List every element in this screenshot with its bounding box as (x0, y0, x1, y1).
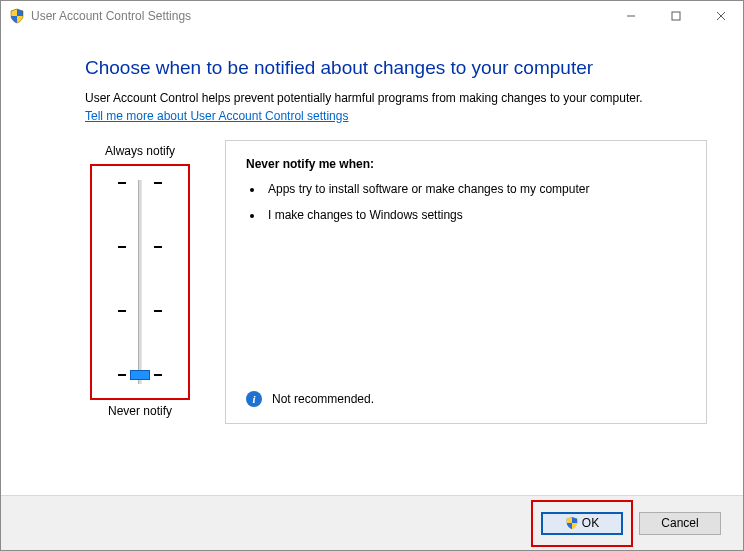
recommendation-text: Not recommended. (272, 392, 374, 406)
maximize-button[interactable] (653, 1, 698, 31)
slider-tick (110, 182, 170, 184)
cancel-button[interactable]: Cancel (639, 512, 721, 535)
panel-bullet: I make changes to Windows settings (264, 207, 686, 223)
slider-tick (110, 246, 170, 248)
page-heading: Choose when to be notified about changes… (85, 57, 707, 79)
dialog-footer: OK Cancel (1, 495, 743, 550)
description-text: User Account Control helps prevent poten… (85, 91, 643, 105)
uac-settings-window: User Account Control Settings Choose whe… (0, 0, 744, 551)
recommendation-row: i Not recommended. (246, 383, 686, 407)
shield-icon (9, 8, 25, 24)
main-area: Always notify Never notify Never notify … (85, 140, 707, 424)
window-controls (608, 1, 743, 31)
level-description-panel: Never notify me when: Apps try to instal… (225, 140, 707, 424)
titlebar[interactable]: User Account Control Settings (1, 1, 743, 31)
ok-button[interactable]: OK (541, 512, 623, 535)
page-description: User Account Control helps prevent poten… (85, 91, 707, 124)
ok-button-label: OK (582, 516, 599, 530)
close-button[interactable] (698, 1, 743, 31)
ok-button-highlight: OK (531, 500, 633, 547)
notification-slider[interactable] (110, 174, 170, 390)
slider-bottom-label: Never notify (108, 404, 172, 418)
slider-tick (110, 310, 170, 312)
panel-bullet-list: Apps try to install software or make cha… (264, 181, 686, 233)
panel-title: Never notify me when: (246, 157, 686, 171)
notification-slider-highlight (90, 164, 190, 400)
window-title: User Account Control Settings (31, 9, 191, 23)
cancel-button-label: Cancel (661, 516, 698, 530)
content-area: Choose when to be notified about changes… (1, 31, 743, 495)
titlebar-left: User Account Control Settings (1, 8, 608, 24)
minimize-button[interactable] (608, 1, 653, 31)
slider-track (138, 180, 142, 384)
notification-slider-column: Always notify Never notify (85, 140, 195, 424)
shield-icon (565, 516, 579, 530)
slider-top-label: Always notify (105, 144, 175, 158)
svg-rect-1 (672, 12, 680, 20)
slider-thumb[interactable] (130, 370, 150, 380)
learn-more-link[interactable]: Tell me more about User Account Control … (85, 109, 348, 125)
info-icon: i (246, 391, 262, 407)
panel-bullet: Apps try to install software or make cha… (264, 181, 686, 197)
